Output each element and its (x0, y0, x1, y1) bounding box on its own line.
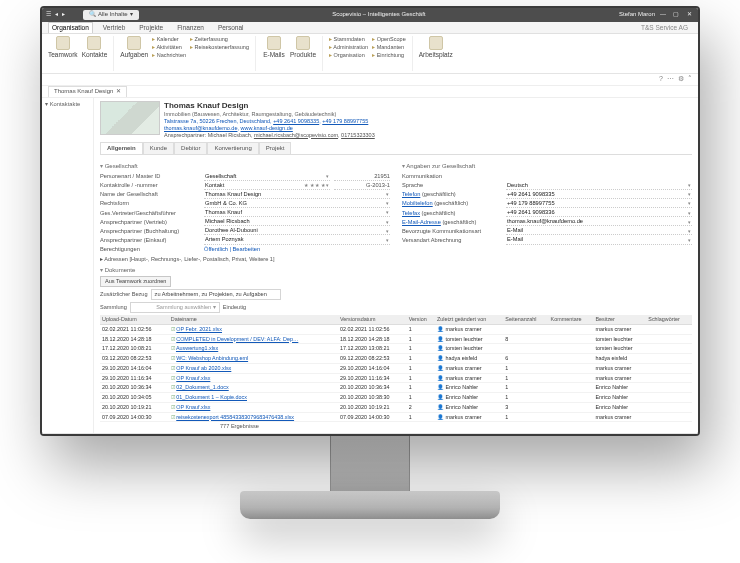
field-value[interactable]: Michael Ricsbach▾ (204, 218, 390, 226)
field-value[interactable]: E-Mail▾ (506, 236, 692, 244)
close-tab-icon[interactable]: ✕ (116, 88, 121, 96)
field-value[interactable]: GmbH & Co. KG▾ (204, 200, 390, 208)
ribbon-zeiterfassung[interactable]: Zeiterfassung (190, 36, 249, 43)
table-row[interactable]: 20.10.2020 10:19:21☑ OP Knauf.xlsx20.10.… (100, 402, 692, 412)
column-header[interactable]: Zuletzt geändert von (435, 315, 503, 324)
ribbon-tab-finanzen[interactable]: Finanzen (173, 22, 208, 33)
field-value[interactable]: +49 179 88997755▾ (506, 200, 692, 208)
column-header[interactable]: Dateiname (169, 315, 338, 324)
table-row[interactable]: 03.12.2020 08:22:53☑ WC: Webshop Anbindu… (100, 354, 692, 364)
ribbon-administration[interactable]: Administration (329, 44, 368, 51)
field-value[interactable]: Thomas Knauf▾ (204, 209, 390, 217)
contact-website[interactable]: www.knauf-design.de (241, 125, 293, 131)
section-gesellschaft[interactable]: Gesellschaft (100, 163, 390, 171)
back-icon[interactable]: ◂ (55, 11, 58, 19)
contact-rep-mail[interactable]: michael.ricsbach@scopevisio.com (254, 132, 338, 138)
tab-debitor[interactable]: Debitor (174, 142, 207, 155)
table-cell: 👤 markus cramer (435, 373, 503, 383)
tab-projekt[interactable]: Projekt (259, 142, 292, 155)
column-header[interactable]: Seitenanzahl (503, 315, 548, 324)
field-label: Telefon (geschäftlich) (402, 191, 502, 198)
table-cell (503, 344, 548, 354)
form-field: Telefax (geschäftlich)+49 2641 9098336▾ (402, 209, 692, 217)
field-value[interactable]: Thomas Knauf Design▾ (204, 191, 390, 199)
column-header[interactable]: Besitzer (593, 315, 646, 324)
global-search[interactable]: 🔍 Alle Inhalte ▾ (83, 10, 139, 20)
ribbon-teamwork[interactable]: Teamwork (48, 36, 78, 59)
adressen-row[interactable]: ▸ Adressen [Haupt-, Rechnungs-, Liefer-,… (100, 256, 390, 263)
ribbon-tab-personal[interactable]: Personal (214, 22, 248, 33)
ribbon-einrichtung[interactable]: Einrichtung (372, 52, 406, 59)
form-field: Versandart AbrechnungE-Mail▾ (402, 236, 692, 244)
field-value[interactable]: +49 2641 9098335▾ (506, 191, 692, 199)
help-icon[interactable]: ? (659, 75, 663, 84)
field-value[interactable]: Dorothee Al-Dubouni▾ (204, 227, 390, 235)
table-row[interactable]: 29.10.2020 11:16:34☑ OP Knauf.xlsx29.10.… (100, 373, 692, 383)
forward-icon[interactable]: ▸ (62, 11, 65, 19)
table-cell: 1 (407, 324, 435, 334)
table-row[interactable]: 02.02.2021 11:02:56☑ OP Febr. 2021.xlsx0… (100, 324, 692, 334)
table-row[interactable]: 20.10.2020 10:34:05☑ 01_Dokument 1 – Kop… (100, 393, 692, 403)
section-angaben[interactable]: Angaben zur Gesellschaft (402, 163, 692, 171)
column-header[interactable]: Version (407, 315, 435, 324)
chevron-up-icon[interactable]: ˄ (688, 75, 692, 84)
field-label: Ges.Vertreter/Geschäftsführer (100, 210, 200, 217)
contact-phone1[interactable]: +49 2641 9098335 (273, 118, 319, 124)
ribbon-tab-projekte[interactable]: Projekte (135, 22, 167, 33)
ribbon-stammdaten[interactable]: Stammdaten (329, 36, 368, 43)
field-value[interactable]: E-Mail▾ (506, 227, 692, 235)
ribbon-aufgaben[interactable]: Aufgaben (120, 36, 148, 59)
tab-kunde[interactable]: Kunde (143, 142, 174, 155)
column-header[interactable]: Kommentare (549, 315, 594, 324)
ribbon-kalender[interactable]: Kalender (152, 36, 186, 43)
close-button[interactable]: ✕ (684, 11, 694, 19)
ribbon-nachrichten[interactable]: Nachrichten (152, 52, 186, 59)
sidebar-section[interactable]: Kontaktakte (50, 101, 81, 107)
ribbon-organisation[interactable]: Organisation (329, 52, 368, 59)
table-row[interactable]: 20.10.2020 10:36:34☑ 02_Dokument_1.docx2… (100, 383, 692, 393)
quick-actions: ? ⋯ ⚙ ˄ (42, 74, 698, 86)
table-row[interactable]: 07.09.2020 14:00:30☑ reisekostenexport 4… (100, 412, 692, 422)
column-header[interactable]: Upload-Datum (100, 315, 169, 324)
field-value[interactable]: Gesellschaft▾ (204, 173, 330, 181)
field-value[interactable]: Kontakt★ ★ ★ ★ ▾ (204, 182, 330, 190)
teamwork-assign-button[interactable]: Aus Teamwork zuordnen (100, 276, 171, 287)
bezug-field[interactable]: zu Arbeitnehmern, zu Projekten, zu Aufga… (151, 289, 281, 300)
table-row[interactable]: 29.10.2020 14:16:04☑ OP Knauf ab 2020.xl… (100, 363, 692, 373)
field-value[interactable]: thomas.knauf@knaufdemo.de▾ (506, 218, 692, 226)
ribbon-reisekosten[interactable]: Reisekostenerfassung (190, 44, 249, 51)
ribbon-arbeitsplatz[interactable]: Arbeitsplatz (419, 36, 453, 59)
contact-phone2[interactable]: +49 179 88997755 (322, 118, 368, 124)
settings-icon[interactable]: ⚙ (678, 75, 684, 84)
sammlung-select[interactable]: Sammlung auswählen ▾ (130, 302, 220, 313)
section-dokumente[interactable]: Dokumente (100, 267, 692, 275)
document-tab[interactable]: Thomas Knauf Design✕ (48, 86, 127, 97)
field-value[interactable]: Deutsch▾ (506, 182, 692, 190)
ribbon-tab-organisation[interactable]: Organisation (48, 22, 93, 33)
ribbon-tab-vertrieb[interactable]: Vertrieb (99, 22, 129, 33)
ribbon-kontakte[interactable]: Kontakte (82, 36, 108, 59)
contact-email[interactable]: thomas.knauf@knaufdemo.de (164, 125, 237, 131)
column-header[interactable]: Schlagwörter (646, 315, 692, 324)
more-icon[interactable]: ⋯ (667, 75, 674, 84)
ribbon-mandanten[interactable]: Mandanten (372, 44, 406, 51)
ribbon-emails[interactable]: E-Mails (262, 36, 286, 59)
tab-allgemein[interactable]: Allgemein (100, 142, 143, 155)
field-extra: G-2013-1 (334, 182, 390, 190)
field-value[interactable]: +49 2641 9098336▾ (506, 209, 692, 217)
tab-konvertierung[interactable]: Konvertierung (207, 142, 258, 155)
maximize-button[interactable]: ▢ (671, 11, 681, 19)
table-cell: 09.12.2020 08:22:53 (338, 354, 407, 364)
table-row[interactable]: 18.12.2020 14:28:18☑ COMPLETED in Develo… (100, 334, 692, 344)
field-value[interactable]: Öffentlich | Bearbeiten (204, 246, 260, 253)
ribbon-produkte[interactable]: Produkte (290, 36, 316, 59)
field-extra: 21951 (334, 173, 390, 181)
minimize-button[interactable]: — (658, 11, 668, 19)
column-header[interactable]: Versionsdatum (338, 315, 407, 324)
ribbon-aktivitaeten[interactable]: Aktivitäten (152, 44, 186, 51)
ribbon-openscope[interactable]: OpenScope (372, 36, 406, 43)
field-value[interactable]: Artem Poznyak▾ (204, 236, 390, 244)
table-row[interactable]: 17.12.2020 10:08:21☑ Auswertung1.xlsx17.… (100, 344, 692, 354)
app-menu-icon[interactable]: ☰ (46, 11, 51, 19)
contact-rep-tel[interactable]: 01715323303 (341, 132, 375, 138)
